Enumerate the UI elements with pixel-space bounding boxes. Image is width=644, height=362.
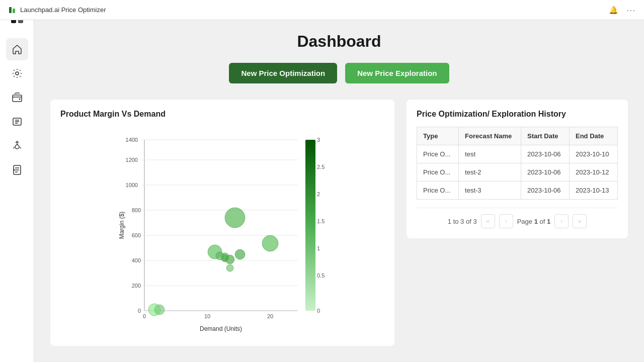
bubble (225, 255, 234, 264)
svg-text:800: 800 (132, 207, 141, 213)
new-price-exploration-button[interactable]: New Price Exploration (345, 63, 449, 83)
bubble (225, 208, 245, 228)
table-row: Price O...test-32023-10-062023-10-13 (417, 182, 618, 200)
topbar: Launchpad.ai Price Optimizer 🔔 ··· (0, 0, 644, 20)
svg-point-10 (13, 169, 15, 171)
sidebar-item-list[interactable] (6, 111, 28, 133)
svg-text:2: 2 (317, 191, 320, 197)
table-cell-forecast-name: test (459, 145, 521, 163)
wallet-icon (12, 92, 23, 103)
svg-text:600: 600 (132, 232, 141, 238)
table-cell-type: Price O... (417, 145, 459, 163)
svg-text:Demand (Units): Demand (Units) (200, 325, 242, 332)
table-cell-forecast-name: test-3 (459, 182, 521, 200)
sidebar-item-activity[interactable] (6, 135, 28, 157)
sidebar (0, 0, 34, 362)
main-content: Dashboard New Price Optimization New Pri… (34, 20, 644, 362)
svg-rect-1 (13, 9, 15, 13)
table-row: Price O...test2023-10-062023-10-10 (417, 145, 618, 163)
history-table-body: Price O...test2023-10-062023-10-10Price … (417, 145, 618, 200)
more-icon[interactable]: ··· (626, 6, 636, 14)
svg-text:3: 3 (317, 137, 320, 143)
svg-text:1.5: 1.5 (317, 218, 325, 224)
color-legend-bar (305, 140, 315, 311)
pagination-last-button[interactable]: » (573, 214, 587, 228)
page-title: Dashboard (50, 32, 628, 51)
col-forecast-name: Forecast Name (459, 127, 521, 145)
svg-text:1: 1 (317, 245, 320, 251)
table-cell-type: Price O... (417, 182, 459, 200)
svg-point-8 (15, 145, 19, 149)
table-cell-end-date: 2023-10-12 (570, 163, 618, 182)
col-start-date: Start Date (521, 127, 570, 145)
table-cell-start-date: 2023-10-06 (521, 182, 570, 200)
svg-text:2.5: 2.5 (317, 164, 325, 170)
table-cell-type: Price O... (417, 163, 459, 182)
table-cell-start-date: 2023-10-06 (521, 145, 570, 163)
chart-panel: Product Margin Vs Demand 0 200 4 (50, 100, 394, 346)
svg-text:0: 0 (317, 308, 320, 314)
svg-rect-0 (9, 7, 12, 13)
table-panel: Price Optimization/ Exploration History … (407, 100, 628, 238)
table-cell-forecast-name: test-2 (459, 163, 521, 182)
svg-text:1000: 1000 (126, 182, 138, 188)
pagination-summary: 1 to 3 of 3 (448, 218, 477, 225)
list-icon (12, 116, 23, 127)
svg-rect-5 (13, 95, 22, 102)
table-header-row: Type Forecast Name Start Date End Date (417, 127, 618, 145)
svg-text:200: 200 (132, 283, 141, 289)
document-icon (12, 164, 23, 175)
sidebar-item-document[interactable] (6, 159, 28, 181)
pagination-first-button[interactable]: « (481, 214, 495, 228)
svg-text:Margin ($): Margin ($) (118, 212, 125, 239)
svg-text:400: 400 (132, 257, 141, 263)
table-cell-end-date: 2023-10-13 (570, 182, 618, 200)
content-row: Product Margin Vs Demand 0 200 4 (50, 100, 628, 346)
activity-icon (12, 140, 23, 151)
settings-icon (12, 68, 23, 79)
bubble (235, 249, 245, 259)
new-price-optimization-button[interactable]: New Price Optimization (229, 63, 337, 83)
svg-text:1400: 1400 (126, 137, 138, 143)
chart-title: Product Margin Vs Demand (60, 110, 384, 119)
scatter-chart: 0 200 400 600 800 1000 (60, 125, 384, 336)
history-table-title: Price Optimization/ Exploration History (417, 110, 618, 119)
topbar-actions: 🔔 ··· (609, 6, 636, 15)
topbar-title: Launchpad.ai Price Optimizer (8, 6, 106, 14)
sidebar-item-wallet[interactable] (6, 86, 28, 109)
history-table: Type Forecast Name Start Date End Date P… (417, 127, 618, 200)
table-cell-start-date: 2023-10-06 (521, 163, 570, 182)
svg-point-4 (16, 72, 19, 75)
bubble (262, 235, 278, 251)
bubble (226, 264, 233, 272)
pagination-next-button[interactable]: › (554, 214, 569, 228)
bubble (216, 252, 224, 260)
table-row: Price O...test-22023-10-062023-10-12 (417, 163, 618, 182)
app-logo-icon (8, 6, 16, 14)
sidebar-item-home[interactable] (6, 38, 28, 60)
home-icon (12, 44, 23, 55)
pagination: 1 to 3 of 3 « ‹ Page 1 of 1 › » (417, 208, 618, 228)
action-buttons: New Price Optimization New Price Explora… (50, 63, 628, 83)
chart-container: 0 200 400 600 800 1000 (60, 125, 384, 336)
svg-text:1200: 1200 (126, 157, 138, 163)
svg-text:0: 0 (143, 313, 146, 319)
svg-text:0.5: 0.5 (317, 273, 325, 279)
svg-text:0: 0 (138, 308, 141, 314)
svg-text:20: 20 (267, 313, 273, 319)
pagination-prev-button[interactable]: ‹ (499, 214, 513, 228)
pagination-page-label: Page 1 of 1 (517, 218, 551, 225)
sidebar-item-settings[interactable] (6, 62, 28, 84)
bubble (154, 305, 165, 315)
svg-text:10: 10 (204, 313, 210, 319)
svg-point-6 (19, 99, 20, 100)
notification-icon[interactable]: 🔔 (609, 6, 618, 15)
col-end-date: End Date (570, 127, 618, 145)
col-type: Type (417, 127, 459, 145)
table-cell-end-date: 2023-10-10 (570, 145, 618, 163)
